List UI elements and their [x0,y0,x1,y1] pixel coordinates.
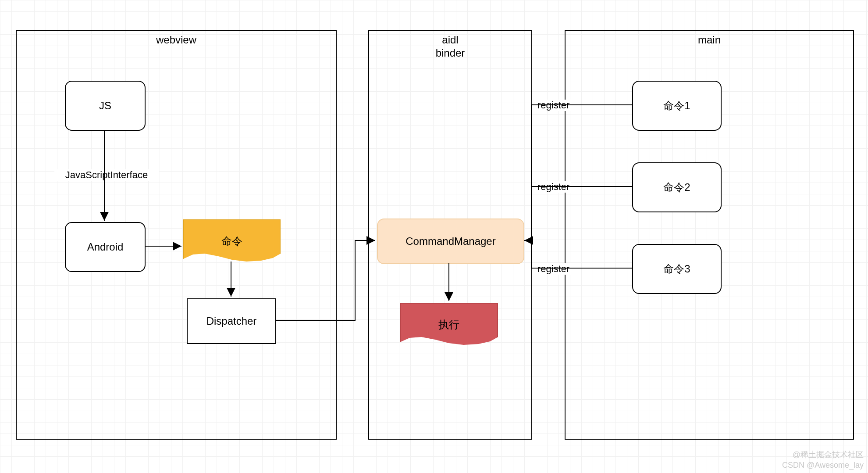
watermark-line1: @稀土掘金技术社区 [782,450,864,460]
node-command-manager: CommandManager [377,219,524,264]
node-cmd3-label: 命令3 [663,262,690,276]
node-command-label: 命令 [221,234,242,248]
node-android: Android [65,222,146,272]
container-webview: webview [16,30,337,440]
node-cmd3: 命令3 [632,244,722,294]
watermark-line2: CSDN @Awesome_lay [782,460,864,470]
label-register-3: register [536,263,571,275]
node-cmd1: 命令1 [632,81,722,131]
label-register-1: register [536,100,571,111]
label-jsi: JavaScriptInterface [54,169,159,181]
container-main-title: main [566,33,853,47]
node-android-label: Android [87,241,124,253]
node-command-manager-label: CommandManager [406,235,495,247]
node-cmd2: 命令2 [632,162,722,212]
container-webview-title: webview [17,33,336,47]
container-aidl-title: aidl binder [369,33,531,60]
node-js: JS [65,81,146,131]
diagram-stage: webview aidl binder main JS Android Disp… [0,0,868,473]
node-cmd1-label: 命令1 [663,99,690,113]
node-js-label: JS [99,100,111,112]
node-cmd2-label: 命令2 [663,180,690,194]
node-dispatcher-label: Dispatcher [206,315,257,327]
node-execute-label: 执行 [438,318,459,332]
node-dispatcher: Dispatcher [187,298,276,344]
watermark: @稀土掘金技术社区 CSDN @Awesome_lay [782,450,864,470]
label-register-2: register [536,181,571,193]
